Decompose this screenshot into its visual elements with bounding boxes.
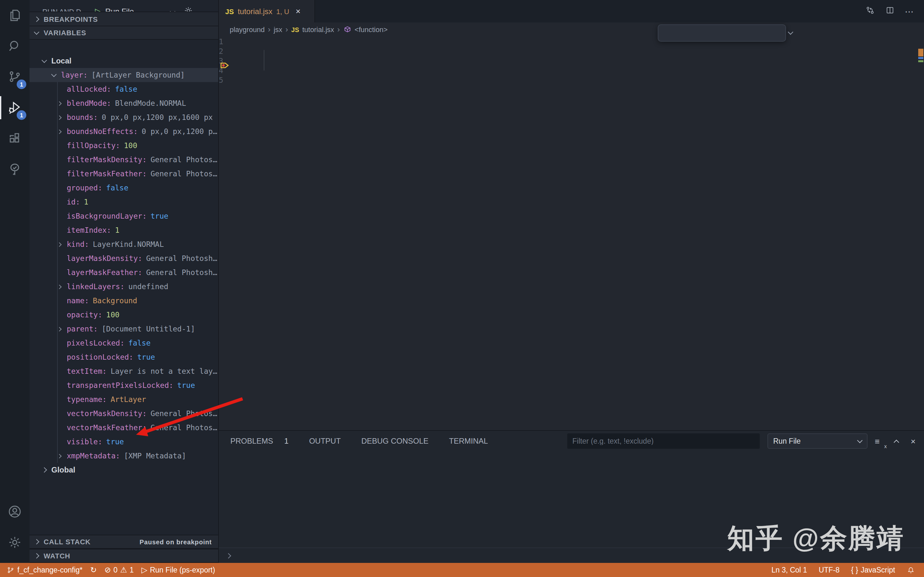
code-area: 1 2 3 4 5 (219, 37, 924, 85)
chevron-down-icon[interactable] (786, 28, 795, 37)
variable-row[interactable]: bounds: 0 px,0 px,1200 px,1600 px (29, 110, 218, 124)
variable-row[interactable]: allLocked: false (29, 82, 218, 96)
variable-row[interactable]: textItem: Layer is not a text laye… (29, 364, 218, 378)
close-panel-icon[interactable]: × (907, 434, 919, 449)
variable-row[interactable]: typename: ArtLayer (29, 392, 218, 406)
variable-row[interactable]: grouped: false (29, 181, 218, 195)
explorer-icon[interactable] (0, 0, 29, 31)
panel-tab[interactable]: OUTPUT (309, 437, 341, 446)
branch-name: f_cf_change-config* (17, 566, 82, 574)
chevron-down-icon (51, 71, 57, 77)
debug-console-filter-input[interactable] (567, 434, 760, 449)
git-branch-item[interactable]: f_cf_change-config* (6, 566, 82, 574)
variable-row[interactable]: pixelsLocked: false (29, 336, 218, 350)
maximize-panel-icon[interactable] (890, 434, 903, 449)
call-stack-section-header[interactable]: CALL STACK Paused on breakpoint (29, 535, 218, 549)
paused-breakpoint-icon[interactable] (220, 61, 230, 70)
clear-console-icon[interactable]: ≡x (871, 434, 884, 449)
testing-icon[interactable] (0, 154, 29, 185)
open-changes-icon[interactable] (865, 5, 875, 17)
line-number[interactable]: 1 (219, 37, 223, 46)
variable-row[interactable]: isBackgroundLayer: true (29, 209, 218, 223)
breakpoints-section-header[interactable]: BREAKPOINTS (29, 11, 218, 26)
variable-row[interactable]: kind: LayerKind.NORMAL (29, 237, 218, 251)
breadcrumb-item[interactable]: jsx (274, 26, 282, 33)
layer-variable-row[interactable]: layer: [ArtLayer Background] (29, 68, 218, 82)
split-editor-icon[interactable] (885, 5, 895, 17)
line-number[interactable]: 5 (219, 76, 223, 85)
line-number[interactable]: 2 (219, 47, 223, 56)
console-prompt-icon[interactable] (226, 551, 230, 560)
scope-local-row[interactable]: Local (29, 54, 218, 68)
breadcrumb-item[interactable]: playground (230, 26, 265, 33)
chevron-right-icon (57, 242, 61, 247)
close-icon[interactable]: × (296, 6, 300, 16)
variable-row[interactable]: visible: true (29, 435, 218, 449)
breadcrumb-item[interactable]: tutorial.jsx (302, 26, 334, 33)
variable-row[interactable]: id: 1 (29, 195, 218, 209)
panel-tab[interactable]: PROBLEMS 1 (230, 437, 288, 446)
scope-local-label: Local (51, 56, 71, 65)
more-actions-icon[interactable]: ⋯ (905, 6, 914, 16)
variable-row[interactable]: opacity: 100 (29, 308, 218, 322)
panel-tab-label: PROBLEMS (230, 437, 273, 446)
overview-ruler-warning-marker (918, 49, 923, 56)
variable-row[interactable]: blendMode: BlendMode.NORMAL (29, 96, 218, 110)
code-line[interactable]: 5 (219, 75, 924, 85)
source-control-icon[interactable]: 1 (0, 61, 29, 92)
breadcrumb-item[interactable]: <function> (355, 26, 388, 33)
variable-row[interactable]: layerMaskFeather: General Photosho… (29, 266, 218, 279)
variable-name: id: (67, 197, 80, 206)
variable-value: BlendMode.NORMAL (115, 99, 186, 108)
tab-label: tutorial.jsx (238, 7, 272, 16)
variable-row[interactable]: boundsNoEffects: 0 px,0 px,1200 px… (29, 124, 218, 139)
run-and-debug-icon[interactable]: 1 (0, 92, 29, 123)
code-line[interactable]: 4 (219, 65, 924, 75)
tree-indent-guide (57, 82, 58, 463)
scm-badge: 1 (17, 79, 26, 89)
panel-tab[interactable]: TERMINAL (449, 437, 488, 446)
variable-row[interactable]: layerMaskDensity: General Photosho… (29, 251, 218, 266)
variable-row[interactable]: name: Background (29, 293, 218, 308)
variable-row[interactable]: filterMaskDensity: General Photosh… (29, 153, 218, 167)
variables-section-header[interactable]: VARIABLES (29, 26, 218, 40)
variable-value: true (150, 211, 168, 221)
variable-name: textItem: (67, 367, 107, 376)
variable-name: filterMaskFeather: (67, 169, 147, 178)
settings-gear-icon[interactable] (0, 527, 29, 558)
account-icon[interactable] (0, 496, 29, 527)
search-icon[interactable] (0, 31, 29, 61)
encoding-item[interactable]: UTF-8 (819, 566, 840, 574)
language-mode-item[interactable]: { } JavaScript (851, 566, 895, 574)
panel-tab[interactable]: DEBUG CONSOLE (361, 437, 428, 446)
variable-row[interactable]: fillOpacity: 100 (29, 139, 218, 153)
watch-section-header[interactable]: WATCH (29, 549, 218, 563)
variable-name: filterMaskDensity: (67, 155, 147, 164)
variable-name: fillOpacity: (67, 141, 120, 150)
tab-bar: JS tutorial.jsx 1, U × ⋯ (219, 0, 924, 23)
variable-value: LayerKind.NORMAL (93, 240, 164, 249)
variable-row[interactable]: parent: [Document Untitled-1] (29, 322, 218, 336)
problems-item[interactable]: ⊘ 0 ⚠ 1 (104, 566, 134, 574)
sync-changes-item[interactable]: ↻ (90, 566, 97, 574)
variable-row[interactable]: linkedLayers: undefined (29, 279, 218, 293)
scope-global-row[interactable]: Global (29, 463, 218, 477)
variable-value: 0 px,0 px,1200 px,1600 px (102, 113, 213, 122)
notifications-bell-icon[interactable] (907, 566, 915, 574)
variable-row[interactable]: positionLocked: true (29, 350, 218, 364)
code-line[interactable]: 1 (219, 37, 924, 46)
cursor-position-item[interactable]: Ln 3, Col 1 (771, 566, 807, 574)
run-task-item[interactable]: ▷ Run File (ps-export) (142, 566, 215, 574)
tab-tutorial-jsx[interactable]: JS tutorial.jsx 1, U × (219, 0, 315, 23)
variable-row[interactable]: filterMaskFeather: General Photosh… (29, 167, 218, 181)
variable-row[interactable]: vectorMaskFeather: General Photosh… (29, 421, 218, 435)
code-line[interactable]: 3 (219, 56, 924, 65)
extensions-icon[interactable] (0, 123, 29, 154)
code-line[interactable]: 2 (219, 46, 924, 56)
variable-row[interactable]: xmpMetadata: [XMP Metadata] (29, 449, 218, 463)
launch-config-dropdown[interactable]: Run File (767, 434, 867, 449)
variable-row[interactable]: itemIndex: 1 (29, 223, 218, 237)
variable-row[interactable]: vectorMaskDensity: General Photosh… (29, 406, 218, 421)
variable-row[interactable]: transparentPixelsLocked: true (29, 378, 218, 392)
paused-status-badge: Paused on breakpoint (140, 538, 212, 545)
